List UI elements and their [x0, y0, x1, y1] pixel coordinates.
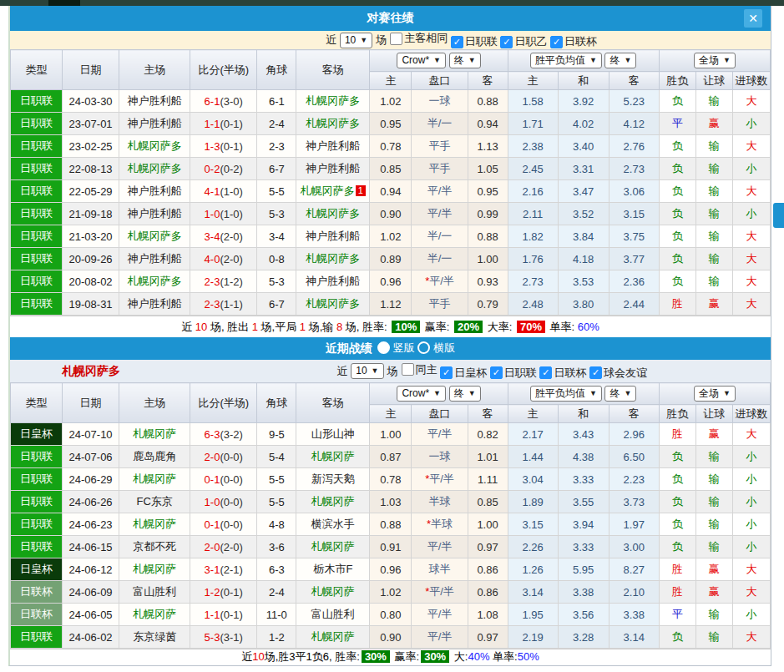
layout-radio[interactable]: 竖版: [377, 341, 415, 356]
filter-checkbox[interactable]: ✓日联杯: [539, 366, 586, 381]
top-strip-segment: [48, 0, 80, 6]
browser-top-strip: [0, 0, 784, 6]
euro-home-odds: 2.38: [508, 135, 558, 158]
score-cell: 1-0(1-0): [190, 203, 257, 225]
euro-away-odds: 2.96: [609, 423, 659, 446]
corner-cell: 5-4: [257, 446, 296, 468]
euro-away-odds: 5.23: [609, 90, 659, 113]
handicap-cell: 半/一: [412, 113, 468, 135]
recent-titlebar: 近期战绩 竖版 横版: [10, 337, 771, 360]
euro-home-odds: 1.76: [508, 248, 558, 270]
euro-away-odds: 3.00: [609, 536, 659, 558]
bookmaker-select[interactable]: Crow*▼: [397, 386, 446, 402]
scope-select[interactable]: 全场▼: [694, 386, 736, 402]
checkbox-icon[interactable]: [390, 33, 402, 45]
home-team-cell: 札幌冈萨多: [119, 158, 190, 180]
euro-home-odds: 3.14: [508, 581, 558, 604]
result-goals: 小: [732, 468, 770, 491]
filter-checkbox[interactable]: 主客相同: [390, 31, 448, 46]
away-team-cell: 栃木市F: [296, 558, 370, 581]
home-team-cell: 富山胜利: [119, 581, 190, 604]
checkbox-icon[interactable]: ✓: [451, 36, 463, 48]
score-cell: 0-2(0-2): [190, 158, 257, 180]
euro-avg-select[interactable]: 胜平负均值▼: [530, 53, 602, 68]
col-handicap: 盘口: [412, 72, 468, 90]
filter-checkbox[interactable]: ✓日联杯: [550, 34, 597, 49]
euro-draw-odds: 5.95: [558, 558, 609, 581]
checkbox-icon[interactable]: ✓: [500, 36, 513, 48]
match-row: 日职联24-03-30神户胜利船6-1(3-0)6-1札幌冈萨多1.02一球0.…: [11, 90, 771, 113]
team-name: 札幌冈萨多: [62, 364, 120, 379]
result-wdl: 负: [659, 626, 695, 649]
col-euro-draw: 和: [558, 405, 609, 423]
league-cell: 日职联: [11, 491, 63, 513]
result-handicap: 输: [695, 536, 732, 558]
euro-odds-controls: 胜平负均值▼ 终▼: [508, 50, 659, 72]
filter-checkbox[interactable]: ✓球会友谊: [589, 366, 647, 381]
euro-draw-odds: 3.53: [558, 270, 609, 293]
chevron-down-icon: ▼: [589, 54, 597, 67]
close-icon[interactable]: ✕: [744, 9, 762, 28]
scope-select[interactable]: 全场▼: [694, 53, 736, 68]
result-wdl: 负: [659, 248, 695, 270]
radio-icon[interactable]: [417, 341, 430, 354]
handicap-cell: *平/半: [412, 468, 468, 491]
checkbox-icon[interactable]: ✓: [589, 366, 602, 379]
checkbox-icon[interactable]: ✓: [440, 366, 453, 379]
league-cell: 日职联: [11, 248, 63, 270]
filter-checkbox[interactable]: ✓日职联: [490, 366, 537, 381]
odds-state-select[interactable]: 终▼: [449, 53, 481, 68]
rate-badge: 30%: [362, 650, 390, 663]
away-team-cell: 札幌冈萨多1: [296, 180, 370, 203]
h2h-filterbar: 近 10▼ 场 主客相同 ✓日职联 ✓日职乙 ✓日联杯: [10, 31, 771, 49]
euro-home-odds: 1.82: [508, 225, 558, 248]
bookmaker-select[interactable]: Crow*▼: [397, 53, 446, 68]
checkbox-icon[interactable]: ✓: [490, 366, 503, 379]
checkbox-icon[interactable]: ✓: [539, 366, 552, 379]
result-wdl: 胜: [659, 423, 695, 446]
filter-checkbox[interactable]: 同主: [402, 362, 438, 377]
home-team-cell: 札幌冈萨: [119, 513, 190, 536]
checkbox-icon[interactable]: ✓: [550, 36, 563, 48]
radio-icon[interactable]: [377, 341, 390, 354]
euro-state-select[interactable]: 终▼: [604, 53, 636, 68]
checkbox-icon[interactable]: [402, 363, 414, 376]
result-goals: 大: [732, 225, 770, 248]
home-team-cell: 札幌冈萨: [119, 468, 190, 491]
away-team-cell: 札幌冈萨: [296, 626, 370, 649]
layout-radio[interactable]: 横版: [417, 341, 455, 356]
h2h-count-select[interactable]: 10▼: [340, 33, 372, 48]
chevron-down-icon: ▼: [468, 54, 476, 67]
red-card-badge: 1: [356, 185, 366, 196]
h2h-summary: 近 10 场, 胜出 1 场,平局 1 场,输 8 场, 胜率: 10% 赢率:…: [10, 316, 771, 337]
euro-home-odds: 3.15: [508, 513, 558, 536]
side-drawer-handle[interactable]: [773, 203, 784, 228]
result-goals: 大: [732, 581, 770, 604]
result-wdl: 胜: [659, 293, 695, 316]
date-cell: 21-03-20: [63, 225, 119, 248]
handicap-cell: 一球: [412, 446, 468, 468]
corner-cell: 2-3: [257, 135, 296, 158]
euro-avg-select[interactable]: 胜平负均值▼: [530, 386, 602, 402]
euro-state-select[interactable]: 终▼: [604, 386, 636, 402]
match-row: 日职联24-06-26FC东京1-0(0-0)5-5札幌冈萨1.03半球0.85…: [11, 491, 771, 513]
filter-checkbox[interactable]: ✓日职乙: [500, 34, 547, 49]
score-cell: 3-4(2-0): [190, 225, 257, 248]
asia-home-odds: 1.03: [370, 491, 412, 513]
recent-count-select[interactable]: 10▼: [351, 363, 383, 379]
filter-checkbox[interactable]: ✓日职联: [451, 34, 498, 49]
result-handicap: 输: [695, 626, 732, 649]
league-cell: 日职联: [11, 158, 63, 180]
away-team-cell: 札幌冈萨多: [296, 248, 370, 270]
score-cell: 1-0(0-0): [190, 491, 257, 513]
handicap-cell: 平手: [412, 158, 468, 180]
score-cell: 1-1(0-1): [190, 604, 257, 626]
col-asia-away: 客: [468, 405, 508, 423]
rate-badge: 20%: [454, 321, 483, 333]
corner-cell: 6-7: [257, 158, 296, 180]
away-team-cell: 札幌冈萨多: [296, 293, 370, 316]
result-wdl: 负: [659, 446, 695, 468]
euro-draw-odds: 3.80: [558, 293, 609, 316]
filter-checkbox[interactable]: ✓日皇杯: [440, 366, 487, 381]
odds-state-select[interactable]: 终▼: [449, 386, 481, 402]
